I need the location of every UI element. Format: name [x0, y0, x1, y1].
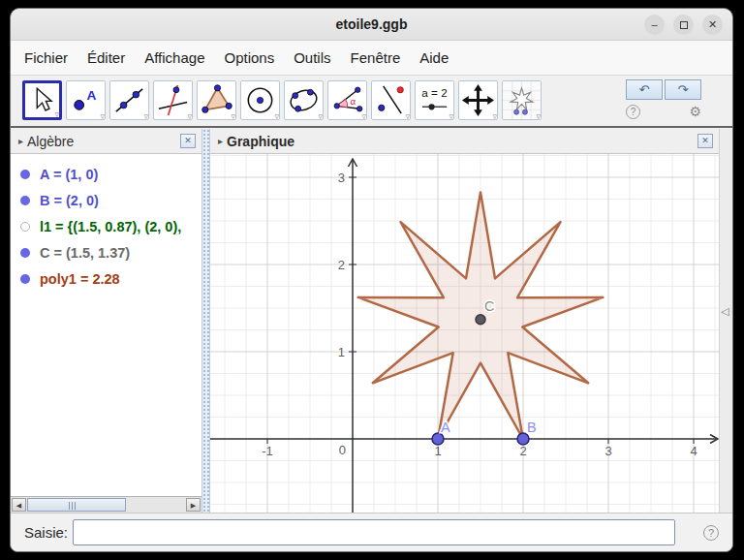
- tool-move-button[interactable]: ▿: [22, 80, 62, 120]
- visibility-bullet-icon[interactable]: [20, 196, 30, 205]
- collapse-left-icon[interactable]: ◁: [721, 305, 728, 318]
- graph-canvas[interactable]: -112341230ABC: [210, 154, 719, 513]
- dropdown-arrow-icon[interactable]: ▿: [231, 112, 235, 121]
- dropdown-arrow-icon[interactable]: ▿: [100, 112, 105, 121]
- dropdown-arrow-icon[interactable]: ▿: [318, 112, 323, 121]
- redo-button[interactable]: ↷: [665, 79, 701, 100]
- toolbar-help-button[interactable]: ?: [626, 105, 640, 119]
- tool-ellipse-button[interactable]: ▿: [284, 80, 324, 120]
- undo-button[interactable]: ↶: [626, 79, 663, 100]
- visibility-bullet-icon[interactable]: [20, 274, 30, 284]
- window-controls: – ✕: [644, 15, 723, 35]
- algebra-item-l1[interactable]: l1 = {(1.5, 0.87), (2, 0),: [11, 213, 202, 239]
- algebra-item-A[interactable]: A = (1, 0): [11, 161, 202, 187]
- svg-text:1: 1: [338, 345, 345, 359]
- custom-star-icon: [503, 81, 541, 119]
- visibility-bullet-icon[interactable]: [20, 222, 30, 232]
- close-icon: ✕: [708, 19, 717, 30]
- tool-line-button[interactable]: ▿: [109, 80, 149, 120]
- saisie-input[interactable]: [73, 519, 675, 545]
- menu-aide[interactable]: Aide: [410, 41, 458, 76]
- tool-reflection-button[interactable]: ▿: [371, 80, 411, 120]
- algebra-close-button[interactable]: ✕: [180, 134, 196, 148]
- point-label-C: C: [484, 298, 494, 314]
- dropdown-arrow-icon[interactable]: ▿: [536, 112, 541, 121]
- toolbar-secondary: ? ⚙: [626, 105, 701, 119]
- menu-options[interactable]: Options: [214, 41, 284, 76]
- algebra-item-B[interactable]: B = (2, 0): [11, 187, 202, 213]
- main-content: ▸ Algèbre ✕ A = (1, 0) B = (2, 0): [11, 129, 732, 513]
- svg-text:0: 0: [339, 443, 346, 457]
- dropdown-arrow-icon[interactable]: ▿: [492, 112, 497, 121]
- graphics-close-button[interactable]: ✕: [698, 134, 713, 148]
- toolbar-settings-button[interactable]: ⚙: [689, 105, 701, 119]
- dropdown-arrow-icon[interactable]: ▿: [449, 112, 453, 121]
- tool-move-graphics-view-button[interactable]: ▿: [458, 80, 498, 120]
- svg-text:-1: -1: [262, 444, 273, 458]
- algebra-horizontal-scrollbar[interactable]: ◀ ▶: [11, 496, 202, 513]
- twisty-icon[interactable]: ▸: [218, 136, 223, 146]
- tool-perpendicular-line-button[interactable]: ▿: [153, 80, 193, 120]
- svg-text:a = 2: a = 2: [421, 86, 447, 99]
- algebra-panel: ▸ Algèbre ✕ A = (1, 0) B = (2, 0): [11, 129, 202, 513]
- menu-outils[interactable]: Outils: [284, 41, 340, 76]
- menu-affichage[interactable]: Affichage: [135, 41, 214, 76]
- help-icon: ?: [708, 527, 714, 539]
- menu-editer[interactable]: Éditer: [78, 41, 135, 76]
- tool-angle-button[interactable]: α ▿: [327, 80, 367, 120]
- twisty-icon[interactable]: ▸: [18, 136, 23, 146]
- panel-splitter[interactable]: [202, 129, 210, 513]
- close-button[interactable]: ✕: [702, 15, 723, 35]
- tool-polygon-button[interactable]: ▿: [197, 80, 236, 120]
- line-icon: [110, 81, 148, 119]
- right-collapse-strip: ◁: [719, 129, 732, 513]
- minimize-button[interactable]: –: [644, 15, 665, 35]
- graphics-header[interactable]: ▸ Graphique ✕: [210, 129, 719, 154]
- algebra-item-poly1[interactable]: poly1 = 2.28: [11, 265, 202, 292]
- algebra-header[interactable]: ▸ Algèbre ✕: [11, 129, 202, 154]
- point-C[interactable]: [476, 315, 485, 325]
- algebra-item-C[interactable]: C = (1.5, 1.37): [11, 239, 202, 265]
- scroll-left-icon: ◀: [16, 502, 21, 509]
- undo-icon: ↶: [639, 82, 650, 97]
- reflection-icon: [372, 81, 410, 119]
- algebra-item-text: A = (1, 0): [40, 167, 98, 182]
- polygon-icon: [198, 81, 235, 119]
- title-bar[interactable]: etoile9.ggb – ✕: [11, 9, 732, 41]
- graphics-title: Graphique: [227, 134, 294, 149]
- tool-buttons: ▿ A ▿ ▿: [22, 80, 545, 120]
- scroll-left-button[interactable]: ◀: [12, 498, 26, 512]
- close-icon: ✕: [184, 137, 192, 145]
- algebra-item-text: l1 = {(1.5, 0.87), (2, 0),: [40, 219, 181, 234]
- tool-slider-button[interactable]: a = 2 ▿: [415, 80, 454, 120]
- angle-icon: α: [328, 81, 366, 119]
- toolbar: ▿ A ▿ ▿: [11, 76, 732, 128]
- input-bar: Saisie: ?: [11, 513, 732, 551]
- slider-icon: a = 2: [416, 81, 453, 119]
- tool-point-button[interactable]: A ▿: [66, 80, 106, 120]
- redo-icon: ↷: [678, 82, 689, 97]
- dropdown-arrow-icon[interactable]: ▿: [143, 112, 148, 121]
- window-title: etoile9.ggb: [11, 9, 732, 41]
- scroll-right-button[interactable]: ▶: [186, 498, 201, 512]
- dropdown-arrow-icon[interactable]: ▿: [187, 112, 192, 121]
- visibility-bullet-icon[interactable]: [20, 170, 30, 179]
- dropdown-arrow-icon[interactable]: ▿: [405, 112, 410, 121]
- tool-circle-center-point-button[interactable]: ▿: [240, 80, 280, 120]
- algebra-title: Algèbre: [27, 134, 74, 149]
- dropdown-arrow-icon[interactable]: ▿: [361, 112, 366, 121]
- maximize-button[interactable]: [673, 15, 694, 35]
- maximize-icon: [680, 21, 688, 29]
- point-label-B: B: [527, 420, 537, 435]
- svg-text:A: A: [86, 88, 96, 103]
- visibility-bullet-icon[interactable]: [20, 248, 30, 258]
- menu-fichier[interactable]: Fichier: [15, 41, 78, 76]
- algebra-item-text: B = (2, 0): [40, 193, 99, 208]
- dropdown-arrow-icon[interactable]: ▿: [54, 110, 59, 119]
- input-help-button[interactable]: ?: [703, 525, 719, 541]
- saisie-label: Saisie:: [24, 524, 68, 541]
- tool-custom-star-button[interactable]: ▿: [502, 80, 542, 120]
- dropdown-arrow-icon[interactable]: ▿: [274, 112, 279, 121]
- menu-fenetre[interactable]: Fenêtre: [341, 41, 411, 76]
- scrollbar-thumb[interactable]: [27, 498, 126, 512]
